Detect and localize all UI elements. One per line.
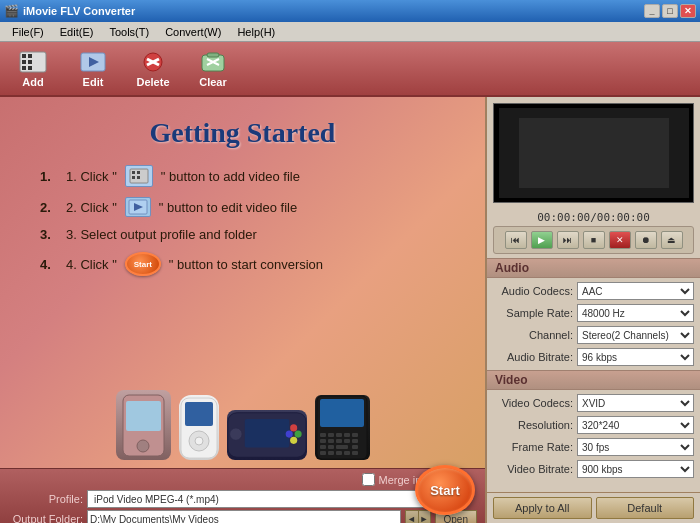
edit-step-icon (125, 197, 151, 217)
menu-help[interactable]: Help(H) (229, 22, 283, 41)
svg-rect-36 (320, 399, 364, 427)
frame-rate-select[interactable]: 30 fps (577, 438, 694, 456)
playback-controls: ⏮ ▶ ⏭ ■ ✕ ⏺ ⏏ (493, 226, 694, 254)
default-button[interactable]: Default (596, 497, 695, 519)
left-panel: Getting Started 1. 1. Click " " button t… (0, 97, 485, 523)
nav-forward-arrow[interactable]: ► (418, 511, 430, 523)
video-preview (493, 103, 694, 203)
step1-num: 1. (40, 169, 60, 184)
add-button[interactable]: Add (8, 46, 58, 92)
sample-rate-row: Sample Rate: 48000 Hz (493, 304, 694, 322)
profile-select[interactable]: iPod Video MPEG-4 (*.mp4) (87, 490, 458, 508)
resolution-select[interactable]: 320*240 (577, 416, 694, 434)
step-2: 2. 2. Click " " button to edit video fil… (40, 197, 445, 217)
folder-input[interactable] (87, 510, 401, 523)
profile-label: Profile: (8, 493, 83, 505)
stop-button[interactable]: ■ (583, 231, 605, 249)
title-bar: 🎬 iMovie FLV Converter _ □ ✕ (0, 0, 700, 22)
main-area: Getting Started 1. 1. Click " " button t… (0, 97, 700, 523)
phone-device (116, 390, 171, 460)
start-button[interactable]: Start (415, 465, 475, 515)
svg-rect-38 (328, 433, 334, 437)
svg-rect-39 (336, 433, 342, 437)
delete-button[interactable]: Delete (128, 46, 178, 92)
title-bar-left: 🎬 iMovie FLV Converter (4, 4, 135, 18)
gs-title: Getting Started (20, 117, 465, 149)
nav-back-arrow[interactable]: ◄ (406, 511, 418, 523)
video-bitrate-label: Video Bitrate: (493, 463, 573, 475)
channel-select[interactable]: Stereo(2 Channels) (577, 326, 694, 344)
play-button[interactable]: ▶ (531, 231, 553, 249)
add-step-icon (125, 165, 153, 187)
clear-button[interactable]: Clear (188, 46, 238, 92)
audio-bitrate-select[interactable]: 96 kbps (577, 348, 694, 366)
step1-text-before: 1. Click " (66, 169, 117, 184)
svg-rect-17 (137, 171, 140, 174)
audio-bitrate-row: Audio Bitrate: 96 kbps (493, 348, 694, 366)
nav-arrows: ◄ ► (405, 510, 431, 523)
frame-rate-row: Frame Rate: 30 fps (493, 438, 694, 456)
clear-label: Clear (199, 76, 227, 88)
rewind-button[interactable]: ⏮ (505, 231, 527, 249)
step2-text-before: 2. Click " (66, 200, 117, 215)
minimize-button[interactable]: _ (644, 4, 660, 18)
svg-rect-3 (22, 66, 26, 70)
merge-checkbox[interactable] (362, 473, 375, 486)
app-icon: 🎬 (4, 4, 19, 18)
step-1: 1. 1. Click " " button to add video file (40, 165, 445, 187)
menu-convert[interactable]: Convert(W) (157, 22, 229, 41)
record-button[interactable]: ⏺ (635, 231, 657, 249)
step3-num: 3. (40, 227, 60, 242)
apply-all-button[interactable]: Apply to All (493, 497, 592, 519)
stop-red-button[interactable]: ✕ (609, 231, 631, 249)
svg-rect-4 (28, 54, 32, 58)
right-panel: 00:00:00/00:00:00 ⏮ ▶ ⏭ ■ ✕ ⏺ ⏏ Audio Au… (485, 97, 700, 523)
svg-rect-46 (352, 439, 358, 443)
video-codecs-row: Video Codecs: XVID (493, 394, 694, 412)
svg-rect-1 (22, 54, 26, 58)
video-bitrate-select[interactable]: 900 kbps (577, 460, 694, 478)
sample-rate-select[interactable]: 48000 Hz (577, 304, 694, 322)
step2-num: 2. (40, 200, 60, 215)
menu-file[interactable]: File(F) (4, 22, 52, 41)
svg-point-23 (137, 440, 149, 452)
svg-rect-41 (352, 433, 358, 437)
step4-text-after: " button to start conversion (169, 257, 323, 272)
fast-forward-button[interactable]: ⏭ (557, 231, 579, 249)
resolution-row: Resolution: 320*240 (493, 416, 694, 434)
menu-bar: File(F) Edit(E) Tools(T) Convert(W) Help… (0, 22, 700, 42)
audio-bitrate-label: Audio Bitrate: (493, 351, 573, 363)
svg-point-33 (285, 431, 292, 438)
svg-rect-44 (336, 439, 342, 443)
svg-rect-40 (344, 433, 350, 437)
maximize-button[interactable]: □ (662, 4, 678, 18)
video-bitrate-row: Video Bitrate: 900 kbps (493, 460, 694, 478)
menu-edit[interactable]: Edit(E) (52, 22, 102, 41)
svg-point-34 (290, 437, 297, 444)
close-button[interactable]: ✕ (680, 4, 696, 18)
svg-rect-54 (344, 451, 350, 455)
edit-button[interactable]: Edit (68, 46, 118, 92)
svg-rect-45 (344, 439, 350, 443)
right-bottom: Apply to All Default (487, 492, 700, 523)
getting-started: Getting Started 1. 1. Click " " button t… (0, 97, 485, 296)
svg-point-32 (294, 431, 301, 438)
video-codecs-select[interactable]: XVID (577, 394, 694, 412)
eject-button[interactable]: ⏏ (661, 231, 683, 249)
edit-label: Edit (83, 76, 104, 88)
channel-label: Channel: (493, 329, 573, 341)
svg-rect-50 (352, 445, 358, 449)
video-codecs-label: Video Codecs: (493, 397, 573, 409)
svg-rect-29 (244, 419, 288, 447)
delete-icon (139, 50, 167, 74)
svg-point-27 (195, 437, 203, 445)
folder-label: Output Folder: (8, 513, 83, 523)
audio-codecs-label: Audio Codecs: (493, 285, 573, 297)
svg-rect-49 (336, 445, 348, 449)
audio-codecs-select[interactable]: AAC (577, 282, 694, 300)
title-bar-controls: _ □ ✕ (644, 4, 696, 18)
svg-rect-5 (28, 60, 32, 64)
menu-tools[interactable]: Tools(T) (101, 22, 157, 41)
start-step-icon: Start (125, 252, 161, 276)
step1-text-after: " button to add video file (161, 169, 300, 184)
